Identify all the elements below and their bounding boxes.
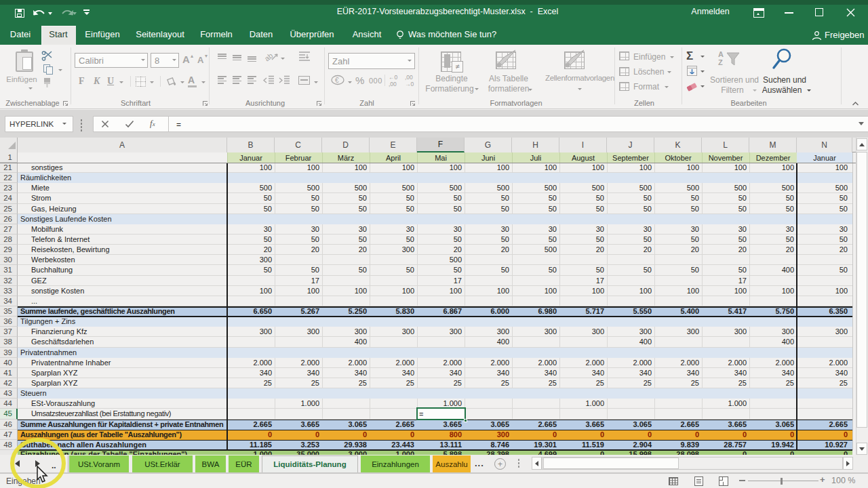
svg-text:€: € [335,77,339,84]
